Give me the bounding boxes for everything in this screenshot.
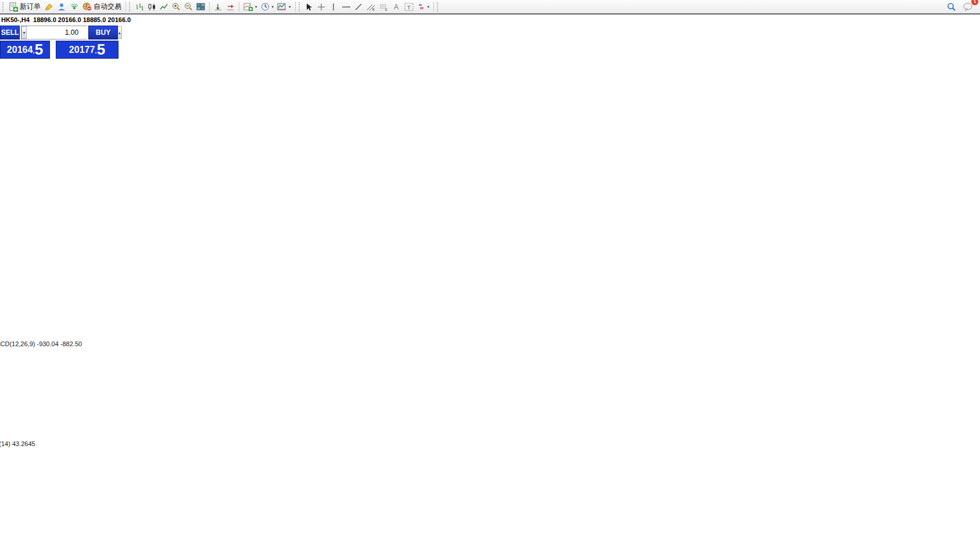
search-button[interactable] <box>945 1 958 13</box>
horizontal-line-tool-button[interactable] <box>340 1 353 13</box>
chat-unread-badge: 1 <box>971 0 978 5</box>
toolbar-grip <box>299 2 301 12</box>
trendline-tool-button[interactable] <box>353 1 365 13</box>
line-chart-button[interactable] <box>158 1 170 13</box>
periods-button[interactable]: ▾ <box>259 1 276 13</box>
volume-decrease-button[interactable]: ▼ <box>21 26 27 39</box>
tile-windows-button[interactable] <box>195 1 207 13</box>
candlestick-chart-button[interactable] <box>146 1 158 13</box>
chart-shift-button[interactable] <box>224 1 236 13</box>
buy-button[interactable]: BUY <box>88 26 118 39</box>
zoom-out-button[interactable] <box>182 1 195 13</box>
auto-trade-button[interactable]: 自动交易 <box>81 1 123 13</box>
auto-trade-icon <box>82 2 92 11</box>
sell-price[interactable]: 20164.5 <box>0 41 50 59</box>
person-icon <box>57 2 66 11</box>
zoom-in-icon <box>172 2 181 11</box>
sell-button[interactable]: SELL <box>0 26 20 39</box>
chevron-down-icon: ▾ <box>255 5 257 9</box>
tile-windows-icon <box>196 3 205 11</box>
toolbar-separator <box>295 2 296 12</box>
rsi-indicator-label: RSI(14) 43.2645 <box>0 440 35 447</box>
toolbar-grip <box>437 2 440 12</box>
trendline-icon <box>354 3 362 11</box>
new-order-button[interactable]: 新订单 <box>7 1 42 13</box>
macd-indicator-label: MACD(12,26,9) -930.04 -882.50 <box>0 340 82 347</box>
auto-scroll-button[interactable] <box>212 1 224 13</box>
vertical-line-icon <box>331 3 336 11</box>
zoom-out-icon <box>184 2 193 11</box>
text-label-icon: T <box>404 3 414 11</box>
clock-icon <box>261 2 270 11</box>
svg-text:F: F <box>385 8 387 11</box>
new-order-label: 新订单 <box>20 2 41 12</box>
chevron-down-icon: ▾ <box>272 5 274 9</box>
crosshair-icon <box>317 3 325 11</box>
new-order-icon <box>9 2 18 12</box>
indicators-button[interactable]: ▾ <box>242 1 259 13</box>
svg-text:T: T <box>407 4 411 10</box>
signal-icon <box>70 2 79 11</box>
templates-icon <box>277 2 286 11</box>
auto-scroll-icon <box>214 3 222 11</box>
crosshair-tool-button[interactable] <box>315 1 328 13</box>
svg-text:E: E <box>372 8 375 11</box>
toolbar-separator <box>125 2 126 12</box>
equidistant-channel-icon: E <box>367 3 376 11</box>
toolbar-separator <box>239 2 239 12</box>
horizontal-line-icon <box>342 5 351 9</box>
arrows-tool-button[interactable]: ▾ <box>415 1 432 13</box>
volume-stepper: ▼ ▲ <box>21 26 87 39</box>
vertical-line-tool-button[interactable] <box>328 1 340 13</box>
bar-chart-button[interactable] <box>134 1 146 13</box>
highlighter-button[interactable] <box>42 1 55 13</box>
templates-button[interactable]: ▾ <box>275 1 293 13</box>
fibonacci-icon: F <box>379 3 389 11</box>
bar-chart-icon <box>135 3 144 11</box>
chevron-down-icon: ▾ <box>289 5 291 9</box>
chart-shift-icon <box>226 3 235 11</box>
fibonacci-tool-button[interactable]: F <box>378 1 390 13</box>
toolbar-separator <box>209 2 210 12</box>
toolbar: 新订单 自动交易 ▾ ▾ ▾ E F A T ▾ 1 <box>0 0 980 15</box>
line-chart-icon <box>160 3 168 11</box>
channel-tool-button[interactable]: E <box>365 1 378 13</box>
text-tool-button[interactable]: A <box>390 1 403 13</box>
candlestick-icon <box>148 3 156 11</box>
toolbar-separator <box>433 2 434 12</box>
arrows-tool-icon <box>417 3 425 10</box>
auto-trade-label: 自动交易 <box>94 2 121 12</box>
chat-button[interactable]: 1 <box>961 1 975 13</box>
one-click-trading-panel: SELL ▼ ▲ BUY 20164.5 20177.5 <box>0 26 119 59</box>
community-button[interactable] <box>55 1 68 13</box>
toolbar-grip <box>129 2 132 12</box>
search-icon <box>947 2 956 12</box>
text-label-tool-button[interactable]: T <box>403 1 415 13</box>
symbol-info: HK50-,H4 18896.0 20166.0 18885.0 20166.0 <box>1 16 131 23</box>
indicators-icon <box>243 2 253 11</box>
buy-price[interactable]: 20177.5 <box>56 41 119 59</box>
signal-button[interactable] <box>68 1 81 13</box>
cursor-tool-button[interactable] <box>303 1 315 13</box>
text-icon: A <box>394 3 399 10</box>
cursor-icon <box>306 3 313 11</box>
chevron-down-icon: ▾ <box>428 5 430 9</box>
chart-canvas[interactable] <box>0 0 980 546</box>
toolbar-grip <box>2 2 5 12</box>
zoom-in-button[interactable] <box>170 1 182 13</box>
highlighter-icon <box>44 3 53 11</box>
